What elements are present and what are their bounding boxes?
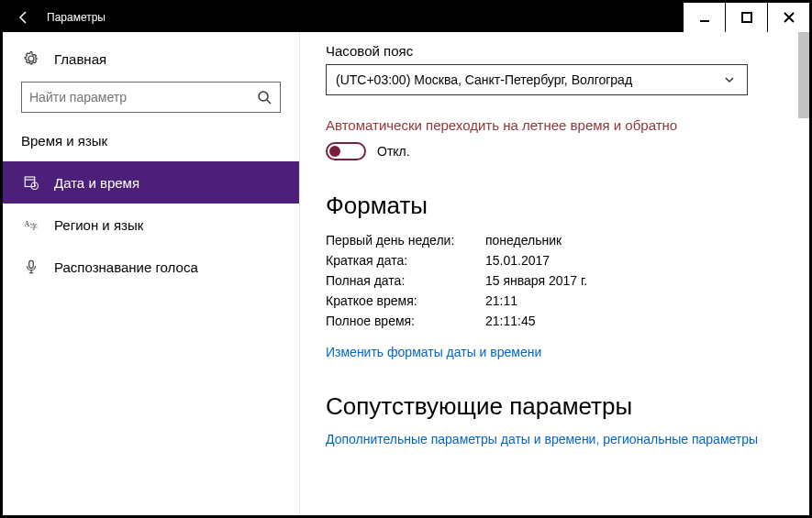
- svg-point-2: [259, 92, 268, 101]
- format-value: понедельник: [485, 233, 562, 248]
- format-key: Краткое время:: [326, 293, 485, 308]
- home-button[interactable]: Главная: [3, 41, 299, 76]
- format-key: Краткая дата:: [326, 253, 485, 268]
- language-icon: A字: [23, 216, 39, 233]
- search-input[interactable]: [29, 90, 256, 105]
- svg-rect-0: [700, 20, 709, 22]
- format-key: Полная дата:: [326, 273, 485, 288]
- nav-item-label: Распознавание голоса: [54, 259, 198, 275]
- svg-rect-9: [29, 260, 34, 268]
- window-title: Параметры: [39, 11, 683, 24]
- svg-rect-1: [742, 13, 751, 22]
- format-value: 15.01.2017: [485, 253, 550, 268]
- related-settings-link[interactable]: Дополнительные параметры даты и времени,…: [326, 432, 758, 446]
- dst-state: Откл.: [377, 144, 410, 159]
- maximize-button[interactable]: [725, 3, 767, 32]
- format-row-short-time: Краткое время: 21:11: [326, 293, 784, 308]
- svg-rect-4: [25, 177, 35, 187]
- scrollbar-thumb[interactable]: [798, 32, 809, 118]
- nav-item-region-language[interactable]: A字 Регион и язык: [3, 204, 299, 246]
- format-row-short-date: Краткая дата: 15.01.2017: [326, 253, 784, 268]
- svg-text:字: 字: [30, 223, 38, 231]
- close-button[interactable]: [767, 3, 809, 32]
- minimize-button[interactable]: [683, 3, 725, 32]
- sidebar: Главная Время и язык Дата и время A字 Рег…: [3, 32, 300, 515]
- dst-label: Автоматически переходить на летнее время…: [326, 117, 784, 133]
- nav-item-date-time[interactable]: Дата и время: [3, 161, 299, 204]
- svg-text:A: A: [25, 220, 30, 228]
- timezone-dropdown[interactable]: (UTC+03:00) Москва, Санкт-Петербург, Вол…: [326, 64, 748, 95]
- svg-line-3: [267, 100, 271, 104]
- nav-item-speech[interactable]: Распознавание голоса: [3, 246, 299, 288]
- content-area: Главная Время и язык Дата и время A字 Рег…: [3, 32, 809, 515]
- gear-icon: [23, 50, 39, 67]
- main-panel: Часовой пояс (UTC+03:00) Москва, Санкт-П…: [300, 32, 809, 515]
- toggle-knob: [329, 146, 340, 157]
- format-value: 21:11:45: [485, 314, 536, 328]
- back-button[interactable]: [8, 3, 39, 32]
- microphone-icon: [23, 259, 39, 275]
- format-row-first-day: Первый день недели: понедельник: [326, 233, 784, 248]
- timezone-value: (UTC+03:00) Москва, Санкт-Петербург, Вол…: [336, 72, 632, 87]
- search-icon: [256, 89, 273, 105]
- section-label: Время и язык: [3, 124, 299, 161]
- nav-item-label: Регион и язык: [54, 217, 143, 233]
- format-row-long-date: Полная дата: 15 января 2017 г.: [326, 273, 784, 288]
- dst-toggle-row: Откл.: [326, 142, 784, 160]
- formats-heading: Форматы: [326, 192, 784, 220]
- timezone-label: Часовой пояс: [326, 43, 784, 59]
- change-formats-link[interactable]: Изменить форматы даты и времени: [326, 345, 541, 359]
- window-controls: [683, 3, 809, 32]
- format-key: Первый день недели:: [326, 233, 485, 248]
- related-heading: Сопутствующие параметры: [326, 392, 784, 421]
- format-value: 15 января 2017 г.: [485, 273, 587, 288]
- format-value: 21:11: [485, 293, 517, 308]
- home-label: Главная: [54, 51, 106, 67]
- chevron-down-icon: [721, 72, 738, 88]
- format-row-long-time: Полное время: 21:11:45: [326, 314, 784, 328]
- format-key: Полное время:: [326, 314, 485, 328]
- nav-item-label: Дата и время: [54, 175, 139, 191]
- calendar-clock-icon: [23, 174, 39, 191]
- titlebar: Параметры: [3, 3, 809, 32]
- search-box[interactable]: [21, 82, 281, 113]
- dst-toggle[interactable]: [326, 142, 366, 160]
